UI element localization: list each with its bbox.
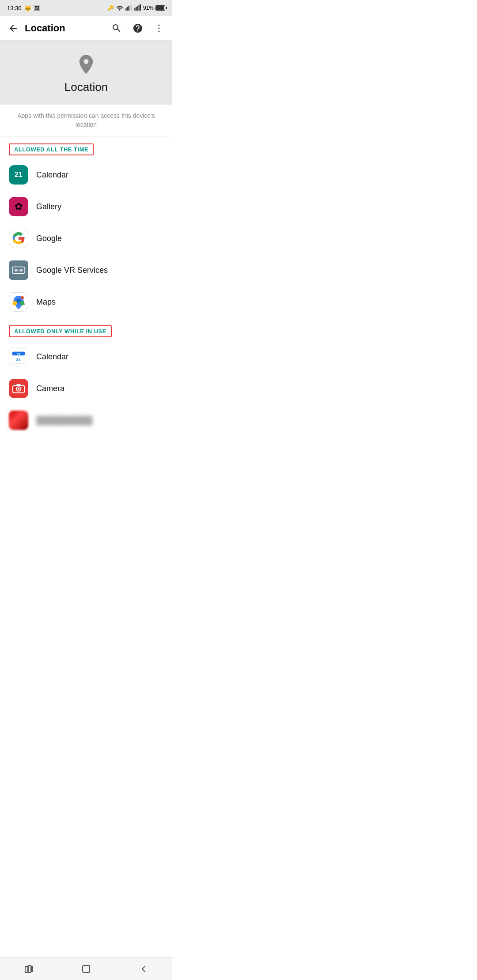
help-button[interactable] bbox=[128, 19, 148, 38]
svg-rect-4 bbox=[130, 4, 131, 10]
svg-point-12 bbox=[159, 27, 160, 29]
battery-percent: 91% bbox=[143, 5, 154, 11]
svg-rect-10 bbox=[140, 4, 141, 11]
svg-rect-6 bbox=[134, 8, 135, 10]
list-item[interactable]: Google bbox=[0, 222, 172, 254]
google-icon bbox=[9, 229, 28, 248]
google-vr-icon bbox=[9, 260, 28, 280]
app-bar: Location bbox=[0, 16, 172, 41]
svg-point-16 bbox=[20, 269, 23, 272]
list-item[interactable]: Camera bbox=[0, 373, 172, 404]
image-icon: 🖼 bbox=[34, 5, 40, 11]
page-title: Location bbox=[25, 23, 107, 34]
section-allowed-while-in-use: ALLOWED ONLY WHILE IN USE 31 31 Calendar… bbox=[0, 318, 172, 436]
blurred-app-icon bbox=[9, 411, 28, 430]
more-options-button[interactable] bbox=[149, 19, 169, 38]
gallery-icon: ✿ bbox=[9, 197, 28, 216]
permission-description: Apps with this permission can access thi… bbox=[0, 105, 172, 136]
status-bar-left: 13:30 🐱 🖼 bbox=[7, 5, 40, 11]
svg-text:31: 31 bbox=[17, 353, 20, 356]
svg-rect-8 bbox=[137, 6, 138, 11]
svg-point-15 bbox=[15, 269, 18, 272]
app-name: Google VR Services bbox=[36, 266, 108, 275]
app-name: Calendar bbox=[36, 352, 68, 362]
app-bar-actions bbox=[107, 19, 169, 38]
signal2-icon bbox=[134, 4, 141, 12]
wifi-icon bbox=[116, 4, 124, 12]
cat-icon: 🐱 bbox=[24, 5, 31, 11]
svg-text:31: 31 bbox=[16, 357, 21, 362]
app-name: Google bbox=[36, 234, 62, 243]
svg-rect-3 bbox=[128, 6, 129, 11]
list-item[interactable]: 31 31 Calendar bbox=[0, 341, 172, 373]
hero-section: Location bbox=[0, 41, 172, 105]
calendar-colored-icon: 21 bbox=[9, 165, 28, 185]
svg-point-11 bbox=[159, 24, 160, 26]
battery-icon bbox=[155, 5, 165, 11]
section-label-while-in-use: ALLOWED ONLY WHILE IN USE bbox=[9, 325, 112, 337]
status-bar-right: 🔑 91% bbox=[107, 4, 165, 12]
list-item[interactable]: ✿ Gallery bbox=[0, 191, 172, 222]
svg-point-13 bbox=[159, 30, 160, 32]
app-name: Camera bbox=[36, 384, 64, 393]
section-label-allowed-all-time: ALLOWED ALL THE TIME bbox=[9, 143, 94, 155]
svg-rect-1 bbox=[125, 8, 126, 10]
back-button[interactable] bbox=[4, 19, 23, 38]
maps-icon bbox=[9, 292, 28, 312]
section-header-while-in-use: ALLOWED ONLY WHILE IN USE bbox=[9, 325, 112, 337]
app-name-blurred: ██████████ bbox=[36, 416, 93, 425]
camera-icon bbox=[9, 379, 28, 398]
svg-rect-2 bbox=[127, 7, 128, 11]
app-name: Maps bbox=[36, 298, 56, 307]
svg-rect-9 bbox=[139, 4, 140, 10]
search-button[interactable] bbox=[107, 19, 126, 38]
time: 13:30 bbox=[7, 5, 22, 11]
signal-icon bbox=[125, 4, 132, 12]
calendar-google-icon: 31 31 bbox=[9, 347, 28, 366]
list-item[interactable]: Maps bbox=[0, 286, 172, 318]
section-allowed-all-time: ALLOWED ALL THE TIME 21 Calendar ✿ Galle… bbox=[0, 136, 172, 318]
status-bar: 13:30 🐱 🖼 🔑 bbox=[0, 0, 172, 16]
svg-point-25 bbox=[18, 388, 19, 390]
key-icon: 🔑 bbox=[107, 5, 114, 11]
svg-point-0 bbox=[119, 9, 120, 10]
app-name: Gallery bbox=[36, 202, 61, 211]
section-header-allowed-all-time: ALLOWED ALL THE TIME bbox=[9, 143, 94, 155]
list-item[interactable]: 21 Calendar bbox=[0, 159, 172, 191]
svg-rect-26 bbox=[16, 384, 21, 386]
svg-rect-5 bbox=[131, 4, 132, 11]
app-name: Calendar bbox=[36, 170, 68, 180]
list-item[interactable]: Google VR Services bbox=[0, 254, 172, 286]
location-hero-icon bbox=[75, 53, 98, 76]
hero-title: Location bbox=[64, 80, 108, 94]
svg-rect-7 bbox=[136, 7, 136, 11]
list-item[interactable]: ██████████ bbox=[0, 404, 172, 436]
